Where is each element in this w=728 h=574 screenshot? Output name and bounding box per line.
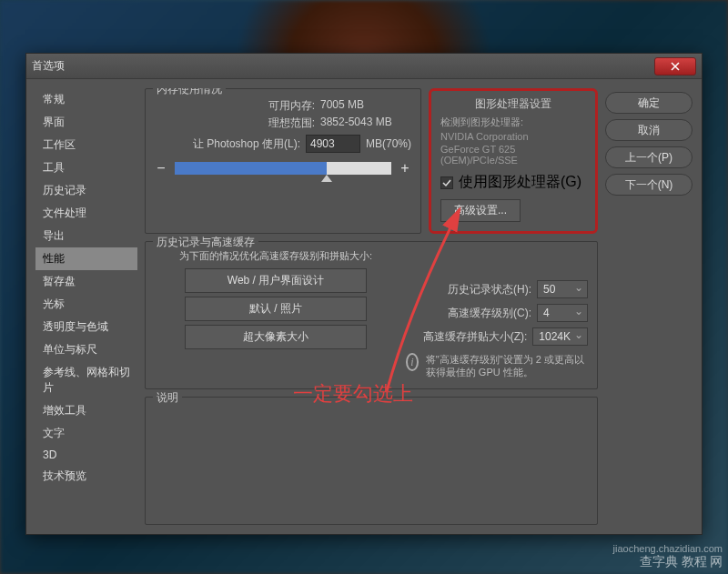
- history-states-label: 历史记录状态(H):: [448, 282, 531, 297]
- sidebar-item[interactable]: 增效工具: [35, 399, 137, 422]
- sidebar-item[interactable]: 工具: [35, 156, 137, 179]
- sidebar-item[interactable]: 3D: [35, 445, 137, 465]
- slider-plus[interactable]: +: [399, 160, 411, 176]
- memory-group-title: 内存使用情况: [153, 88, 226, 97]
- sidebar-item[interactable]: 导出: [35, 225, 137, 247]
- description-group: 说明: [145, 397, 598, 525]
- sidebar-item[interactable]: 参考线、网格和切片: [35, 361, 137, 399]
- history-group-title: 历史记录与高速缓存: [153, 235, 258, 250]
- cache-level-select[interactable]: 4: [537, 304, 588, 322]
- sidebar-item[interactable]: 单位与标尺: [35, 338, 137, 361]
- gpu-detected-label: 检测到图形处理器:: [440, 116, 586, 129]
- gpu-vendor: NVIDIA Corporation: [440, 131, 586, 142]
- prev-button[interactable]: 上一个(P): [605, 146, 693, 168]
- optimize-desc: 为下面的情况优化高速缓存级别和拼贴大小:: [155, 249, 397, 263]
- dialog-title: 首选项: [32, 58, 654, 74]
- ps-usage-unit: MB(70%): [366, 137, 411, 150]
- sidebar-item[interactable]: 常规: [35, 88, 137, 111]
- sidebar: 常规界面工作区工具历史记录文件处理导出性能暂存盘光标透明度与色域单位与标尺参考线…: [35, 88, 137, 525]
- preset-default-button[interactable]: 默认 / 照片: [185, 297, 367, 321]
- history-cache-group: 历史记录与高速缓存 为下面的情况优化高速缓存级别和拼贴大小: Web / 用户界…: [145, 241, 598, 389]
- sidebar-item[interactable]: 界面: [35, 111, 137, 134]
- watermark-text: 查字典 教程 网: [640, 554, 723, 570]
- tile-size-label: 高速缓存拼贴大小(Z):: [423, 329, 528, 345]
- ps-usage-input[interactable]: [306, 135, 360, 153]
- sidebar-item[interactable]: 文字: [35, 422, 137, 445]
- gpu-group: 图形处理器设置 检测到图形处理器: NVIDIA Corporation GeF…: [429, 88, 598, 234]
- cache-level-label: 高速缓存级别(C):: [448, 306, 531, 321]
- slider-thumb-icon[interactable]: [321, 175, 332, 182]
- info-icon: i: [406, 353, 419, 371]
- cancel-button[interactable]: 取消: [605, 119, 693, 141]
- sidebar-item[interactable]: 文件处理: [35, 202, 137, 225]
- sidebar-item[interactable]: 技术预览: [35, 465, 137, 488]
- available-mem-value: 7005 MB: [320, 98, 411, 114]
- preferences-dialog: 首选项 常规界面工作区工具历史记录文件处理导出性能暂存盘光标透明度与色域单位与标…: [25, 53, 703, 535]
- advanced-settings-button[interactable]: 高级设置...: [440, 199, 521, 222]
- sidebar-item[interactable]: 性能: [35, 247, 137, 270]
- description-group-title: 说明: [153, 390, 182, 406]
- memory-slider[interactable]: [175, 162, 391, 175]
- available-mem-label: 可用内存:: [268, 98, 315, 114]
- next-button[interactable]: 下一个(N): [605, 174, 693, 196]
- preset-huge-button[interactable]: 超大像素大小: [185, 325, 367, 349]
- cache-info-text: 将"高速缓存级别"设置为 2 或更高以获得最佳的 GPU 性能。: [426, 353, 588, 379]
- sidebar-item[interactable]: 历史记录: [35, 179, 137, 202]
- tile-size-select[interactable]: 1024K: [532, 327, 588, 346]
- use-gpu-checkbox[interactable]: [440, 176, 453, 189]
- titlebar[interactable]: 首选项: [26, 54, 702, 79]
- slider-minus[interactable]: −: [155, 160, 167, 176]
- ideal-range-label: 理想范围:: [268, 116, 315, 131]
- gpu-model: GeForce GT 625 (OEM)/PCIe/SSE: [440, 144, 586, 166]
- watermark-url: jiaocheng.chazidian.com: [613, 543, 723, 554]
- sidebar-item[interactable]: 透明度与色域: [35, 316, 137, 338]
- sidebar-item[interactable]: 光标: [35, 293, 137, 316]
- history-states-select[interactable]: 50: [537, 280, 588, 298]
- ok-button[interactable]: 确定: [605, 92, 693, 114]
- gpu-group-title: 图形处理器设置: [440, 96, 586, 112]
- preset-web-button[interactable]: Web / 用户界面设计: [185, 268, 367, 293]
- sidebar-item[interactable]: 工作区: [35, 134, 137, 156]
- ps-usage-label: 让 Photoshop 使用(L):: [193, 136, 300, 152]
- sidebar-item[interactable]: 暂存盘: [35, 270, 137, 293]
- close-button[interactable]: [654, 57, 696, 76]
- close-icon: [671, 62, 680, 71]
- memory-group: 内存使用情况 可用内存: 7005 MB 理想范围: 3852-5043 MB …: [145, 88, 421, 234]
- ideal-range-value: 3852-5043 MB: [320, 116, 411, 131]
- use-gpu-label: 使用图形处理器(G): [459, 173, 581, 192]
- check-icon: [442, 178, 451, 187]
